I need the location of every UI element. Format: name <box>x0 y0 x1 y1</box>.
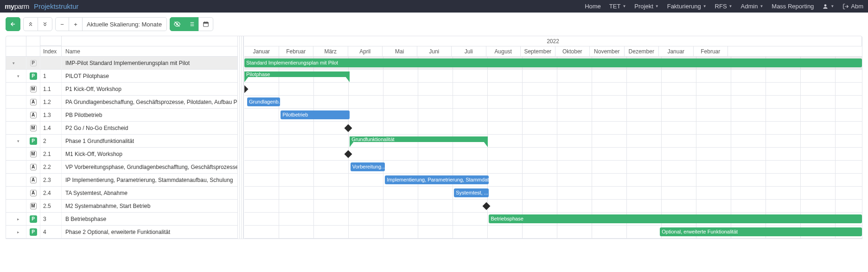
row-expander <box>6 200 26 212</box>
row-expander <box>6 83 26 95</box>
calendar-icon <box>203 21 209 27</box>
gantt-milestone[interactable] <box>482 202 490 210</box>
name-cell: TA Systemtest, Abnahme <box>62 187 237 199</box>
task-row[interactable]: M2.1M1 Kick-Off, Workshop <box>6 148 237 161</box>
row-expander[interactable]: ▾ <box>6 135 26 147</box>
gantt-bar[interactable]: Vorbereitung... <box>351 162 385 171</box>
page-title: Projektstruktur <box>34 2 79 10</box>
row-expander[interactable]: ▾ <box>6 57 26 69</box>
task-row[interactable]: A1.3PB Pilotbetrieb <box>6 109 237 122</box>
task-row[interactable]: ▸P3B Betriebsphase <box>6 213 237 226</box>
month-header: Juli <box>452 46 486 56</box>
type-badge: A <box>30 164 37 170</box>
zoom-in-button[interactable]: + <box>69 17 83 31</box>
gantt-row <box>244 122 862 135</box>
gantt-bar[interactable]: Standard Implementierungsplan mit Pilot <box>244 58 862 67</box>
index-cell: 3 <box>40 213 62 225</box>
nav-home[interactable]: Home <box>585 3 601 10</box>
gantt-bar[interactable]: Optional, erweiterte Funktionalität <box>660 227 862 236</box>
task-row[interactable]: A2.3IP Implementierung, Parametrierung, … <box>6 174 237 187</box>
pane-splitter[interactable] <box>237 36 244 239</box>
gantt-milestone[interactable] <box>344 150 352 158</box>
task-row[interactable]: M1.1P1 Kick-Off, Workshop <box>6 83 237 96</box>
col-header-index[interactable]: Index <box>40 46 62 56</box>
nav-logout[interactable]: Abm <box>842 3 863 10</box>
gantt-bar[interactable]: Pilotbetrieb <box>281 110 350 119</box>
gantt-row: Implementierung, Parametrierung, Stammda… <box>244 174 862 187</box>
expand-all-button[interactable] <box>38 17 52 31</box>
name-cell: IP Implementierung, Parametrierung, Stam… <box>62 174 237 186</box>
view-options-group <box>170 17 213 31</box>
type-badge: P <box>30 215 37 223</box>
gantt-summary-bar[interactable]: Grundfunktionalität <box>350 136 488 142</box>
name-cell: B Betriebsphase <box>62 213 237 225</box>
gantt-pane: 2022 JanuarFebruarMärzAprilMaiJuniJuliAu… <box>244 36 862 239</box>
task-row[interactable]: M1.4P2 Go / No-Go Entscheid <box>6 122 237 135</box>
index-cell: 2.5 <box>40 200 62 212</box>
gantt-row <box>244 200 862 213</box>
month-header: April <box>348 46 383 56</box>
nav-projekt[interactable]: Projekt▼ <box>634 3 658 10</box>
type-cell: P <box>26 135 40 147</box>
gantt-row: Vorbereitung... <box>244 161 862 174</box>
row-expander <box>6 161 26 173</box>
gantt-row: Optional, erweiterte Funktionalität <box>244 226 862 239</box>
task-row[interactable]: A1.2PA Grundlagenbeschaffung, Geschäftsp… <box>6 96 237 109</box>
task-row[interactable]: ▾PIMP-Pilot Standard Implementierungspla… <box>6 57 237 70</box>
back-button[interactable] <box>6 17 20 31</box>
year-header: 2022 <box>244 36 862 46</box>
gantt-bar[interactable]: Systemtest, ... <box>454 188 489 197</box>
task-row[interactable]: A2.2VP Vorbereitungsphase, Grundlagenbes… <box>6 161 237 174</box>
row-expander <box>6 148 26 160</box>
month-header: Juni <box>417 46 452 56</box>
chevron-down-icon: ▼ <box>703 4 707 8</box>
type-badge: A <box>30 112 37 118</box>
gantt-milestone[interactable] <box>244 85 248 93</box>
month-header: September <box>521 46 555 56</box>
task-tree-pane: Index Name ▾PIMP-Pilot Standard Implemen… <box>6 36 238 239</box>
zoom-group: − + Aktuelle Skalierung: Monate <box>55 17 167 31</box>
task-row[interactable]: ▸P4Phase 2 Optional, erweiterte Funktion… <box>6 226 237 239</box>
gantt-bar[interactable]: Implementierung, Parametrierung, Stammda… <box>385 175 489 184</box>
gantt-summary-bar[interactable]: Pilotphase <box>244 71 350 77</box>
gantt-milestone[interactable] <box>344 124 352 132</box>
list-view-button[interactable] <box>184 17 199 31</box>
gantt-bar[interactable]: Betriebsphase <box>489 214 862 223</box>
gantt-bar[interactable]: Grundlagenb... <box>247 97 280 106</box>
row-expander[interactable]: ▸ <box>6 226 26 238</box>
index-cell: 2 <box>40 135 62 147</box>
name-cell: Phase 1 Grundfunktionalität <box>62 135 237 147</box>
collapse-all-button[interactable] <box>23 17 38 31</box>
zoom-out-button[interactable]: − <box>55 17 69 31</box>
col-header-name[interactable]: Name <box>62 46 237 56</box>
calendar-button[interactable] <box>198 17 213 31</box>
type-cell: P <box>26 70 40 82</box>
index-cell: 1 <box>40 70 62 82</box>
nav-fakturierung[interactable]: Fakturierung▼ <box>667 3 707 10</box>
row-expander[interactable]: ▸ <box>6 213 26 225</box>
nav-admin[interactable]: Admin▼ <box>741 3 764 10</box>
toggle-visibility-button[interactable] <box>170 17 185 31</box>
svg-point-0 <box>824 4 827 6</box>
row-expander[interactable]: ▾ <box>6 70 26 82</box>
nav-tet[interactable]: TET▼ <box>609 3 626 10</box>
task-row[interactable]: M2.5M2 Systemabnahme, Start Betrieb <box>6 200 237 213</box>
nav-user-menu[interactable]: ▼ <box>822 3 834 10</box>
month-header: Dezember <box>625 46 659 56</box>
type-cell: P <box>26 57 40 69</box>
name-cell: Phase 2 Optional, erweiterte Funktionali… <box>62 226 237 238</box>
nav-mass-reporting[interactable]: Mass Reporting <box>772 3 814 10</box>
type-cell: P <box>26 226 40 238</box>
gantt-row: Grundfunktionalität <box>244 135 862 148</box>
task-row[interactable]: ▾P1PILOT Pilotphase <box>6 70 237 83</box>
task-row[interactable]: ▾P2Phase 1 Grundfunktionalität <box>6 135 237 148</box>
chevron-down-icon: ▼ <box>622 4 626 8</box>
nav-rfs[interactable]: RFS▼ <box>715 3 733 10</box>
name-cell: M2 Systemabnahme, Start Betrieb <box>62 200 237 212</box>
name-cell: PA Grundlagenbeschaffung, Geschäftsproze… <box>62 96 237 108</box>
index-cell: 1.4 <box>40 122 62 134</box>
plus-icon: + <box>74 21 77 28</box>
type-cell: P <box>26 213 40 225</box>
gantt-row: Standard Implementierungsplan mit Pilot <box>244 57 862 70</box>
task-row[interactable]: A2.4TA Systemtest, Abnahme <box>6 187 237 200</box>
